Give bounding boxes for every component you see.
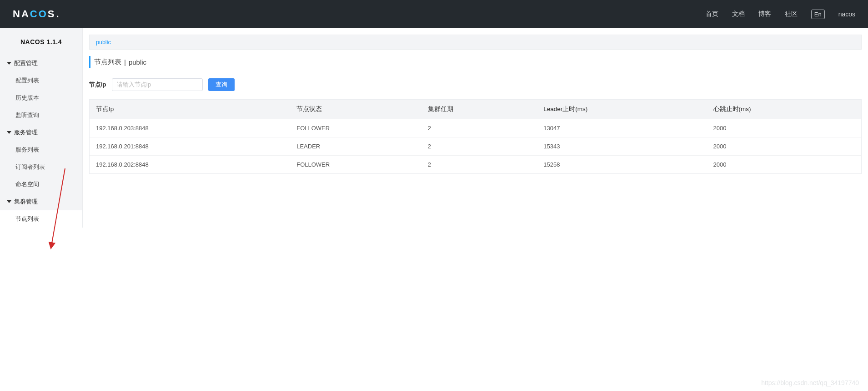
nav-namespace[interactable]: 命名空间	[0, 176, 82, 193]
cell-leader-due: 15258	[537, 156, 707, 174]
page-title-scope: public	[129, 58, 146, 66]
nav-history[interactable]: 历史版本	[0, 89, 82, 107]
logo-letter-accent: C	[30, 8, 38, 20]
cell-heartbeat: 2000	[707, 137, 861, 156]
page-title-sep: |	[124, 58, 126, 66]
cell-heartbeat: 2000	[707, 119, 861, 137]
table-header-row: 节点Ip 节点状态 集群任期 Leader止时(ms) 心跳止时(ms)	[90, 100, 861, 119]
th-ip: 节点Ip	[90, 100, 290, 119]
caret-down-icon	[7, 131, 11, 134]
sidebar-title: NACOS 1.1.4	[0, 28, 82, 55]
logo-letter: N	[13, 8, 20, 20]
ip-input[interactable]	[112, 78, 203, 91]
table-row: 192.168.0.201:8848 LEADER 2 15343 2000	[90, 137, 861, 156]
search-toolbar: 节点Ip 查询	[89, 78, 862, 91]
nav-listen-query[interactable]: 监听查询	[0, 107, 82, 124]
nav-group-cluster[interactable]: 集群管理	[0, 193, 82, 210]
cell-state: FOLLOWER	[290, 156, 421, 174]
th-state: 节点状态	[290, 100, 421, 119]
cell-state: FOLLOWER	[290, 119, 421, 137]
cell-term: 2	[421, 119, 537, 137]
logo: N A C O S .	[13, 8, 60, 20]
nav-group-label: 服务管理	[14, 128, 38, 137]
cell-term: 2	[421, 137, 537, 156]
nav-config-list[interactable]: 配置列表	[0, 72, 82, 89]
nav-group-label: 配置管理	[14, 59, 38, 67]
sidebar: NACOS 1.1.4 配置管理 配置列表 历史版本 监听查询 服务管理 服务列…	[0, 28, 83, 228]
nav-service-list[interactable]: 服务列表	[0, 141, 82, 158]
cell-heartbeat: 2000	[707, 156, 861, 174]
logo-dot: .	[56, 8, 59, 20]
page-title: 节点列表 | public	[89, 56, 862, 68]
cell-ip: 192.168.0.202:8848	[90, 156, 290, 174]
namespace-tabs: public	[89, 35, 862, 50]
page-title-text: 节点列表	[94, 58, 121, 66]
user-label[interactable]: nacos	[838, 10, 855, 18]
cell-term: 2	[421, 156, 537, 174]
header-nav: 首页 文档 博客 社区 En nacos	[706, 10, 855, 19]
nav-node-list[interactable]: 节点列表	[0, 210, 82, 228]
query-button[interactable]: 查询	[208, 78, 235, 91]
logo-letter: S	[48, 8, 55, 20]
nav-home[interactable]: 首页	[706, 10, 718, 18]
caret-down-icon	[7, 62, 11, 65]
cell-leader-due: 15343	[537, 137, 707, 156]
lang-switch-button[interactable]: En	[811, 10, 825, 19]
th-term: 集群任期	[421, 100, 537, 119]
cell-ip: 192.168.0.203:8848	[90, 119, 290, 137]
cell-leader-due: 13047	[537, 119, 707, 137]
tab-public[interactable]: public	[96, 39, 111, 46]
table-row: 192.168.0.203:8848 FOLLOWER 2 13047 2000	[90, 119, 861, 137]
cell-ip: 192.168.0.201:8848	[90, 137, 290, 156]
caret-down-icon	[7, 200, 11, 203]
nav-namespace-label: 命名空间	[15, 180, 39, 188]
nav-group-label: 集群管理	[14, 198, 38, 206]
logo-letter-accent: O	[39, 8, 47, 20]
cell-state: LEADER	[290, 137, 421, 156]
nav-docs[interactable]: 文档	[732, 10, 745, 18]
nav-group-service[interactable]: 服务管理	[0, 124, 82, 141]
th-leader-due: Leader止时(ms)	[537, 100, 707, 119]
top-header: N A C O S . 首页 文档 博客 社区 En nacos	[0, 0, 868, 28]
nav-group-config[interactable]: 配置管理	[0, 55, 82, 72]
logo-letter: A	[21, 8, 29, 20]
main-content: public 节点列表 | public 节点Ip 查询 节点Ip 节点状态 集…	[83, 28, 868, 391]
th-heartbeat: 心跳止时(ms)	[707, 100, 861, 119]
node-table: 节点Ip 节点状态 集群任期 Leader止时(ms) 心跳止时(ms) 192…	[89, 99, 862, 174]
nav-community[interactable]: 社区	[785, 10, 798, 18]
table-row: 192.168.0.202:8848 FOLLOWER 2 15258 2000	[90, 156, 861, 174]
nav-blog[interactable]: 博客	[758, 10, 771, 18]
nav-subscribers[interactable]: 订阅者列表	[0, 158, 82, 176]
ip-label: 节点Ip	[89, 81, 106, 89]
